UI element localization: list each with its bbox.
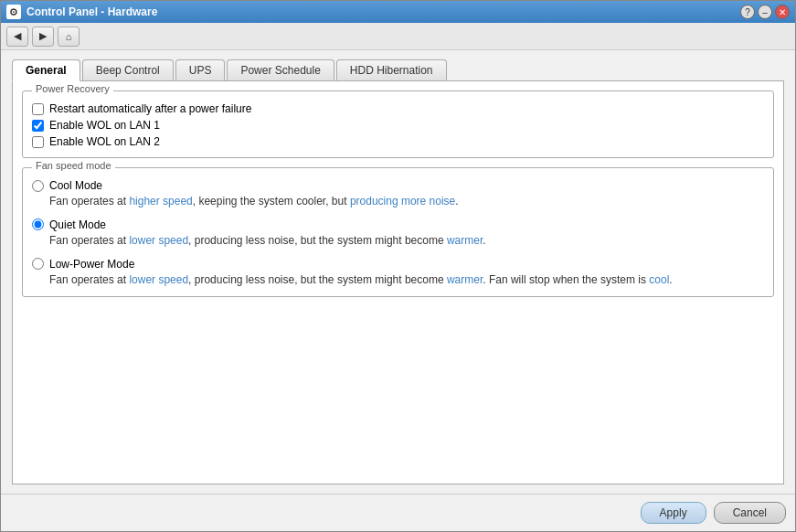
checkbox-wol-lan2-row: Enable WOL on LAN 2 <box>32 135 764 148</box>
minimize-button[interactable]: – <box>758 5 772 19</box>
apply-button[interactable]: Apply <box>641 502 706 524</box>
tab-ups[interactable]: UPS <box>175 59 226 81</box>
checkbox-wol-lan2[interactable] <box>32 136 44 148</box>
low-power-mode-description: Fan operates at lower speed, producing l… <box>49 272 764 288</box>
tab-power-schedule[interactable]: Power Schedule <box>227 59 334 81</box>
checkbox-auto-restart-label: Restart automatically after a power fail… <box>49 102 251 115</box>
radio-quiet-mode-row: Quiet Mode <box>32 218 764 231</box>
radio-low-power-mode-label: Low-Power Mode <box>49 258 134 271</box>
tab-beep[interactable]: Beep Control <box>82 59 174 81</box>
power-recovery-group: Power Recovery Restart automatically aft… <box>22 90 774 158</box>
main-content: General Beep Control UPS Power Schedule … <box>1 50 795 494</box>
window-controls: ? – ✕ <box>740 5 790 19</box>
radio-low-power-mode-row: Low-Power Mode <box>32 258 764 271</box>
radio-quiet-mode-option: Quiet Mode Fan operates at lower speed, … <box>32 218 764 249</box>
quiet-mode-highlight1: lower speed <box>129 234 188 247</box>
app-icon: ⚙ <box>6 5 21 19</box>
help-button[interactable]: ? <box>740 5 755 19</box>
tab-hdd-hibernation[interactable]: HDD Hibernation <box>336 59 447 81</box>
checkbox-wol-lan1-row: Enable WOL on LAN 1 <box>32 119 764 132</box>
quiet-mode-highlight2: warmer <box>447 234 483 247</box>
home-button[interactable]: ⌂ <box>58 27 80 47</box>
main-window: ⚙ Control Panel - Hardware ? – ✕ ◀ ▶ ⌂ G… <box>0 0 796 532</box>
radio-low-power-mode-option: Low-Power Mode Fan operates at lower spe… <box>32 258 764 288</box>
checkbox-wol-lan1[interactable] <box>32 120 44 132</box>
radio-cool-mode-row: Cool Mode <box>32 179 764 192</box>
title-bar: ⚙ Control Panel - Hardware ? – ✕ <box>1 1 795 23</box>
tab-content-general: Power Recovery Restart automatically aft… <box>12 80 784 484</box>
radio-low-power-mode[interactable] <box>32 258 44 270</box>
tab-bar: General Beep Control UPS Power Schedule … <box>12 59 784 81</box>
quiet-mode-description: Fan operates at lower speed, producing l… <box>49 233 764 249</box>
cool-mode-highlight2: producing more noise <box>350 195 455 207</box>
low-power-highlight1: lower speed <box>129 273 188 286</box>
close-button[interactable]: ✕ <box>775 5 790 19</box>
radio-cool-mode-label: Cool Mode <box>49 179 102 192</box>
cool-mode-description: Fan operates at higher speed, keeping th… <box>49 194 764 209</box>
fan-speed-title: Fan speed mode <box>32 160 115 171</box>
radio-quiet-mode[interactable] <box>32 218 44 230</box>
nav-bar: ◀ ▶ ⌂ <box>1 23 795 50</box>
checkbox-auto-restart[interactable] <box>32 103 44 115</box>
radio-cool-mode[interactable] <box>32 180 44 192</box>
back-button[interactable]: ◀ <box>6 27 28 47</box>
footer: Apply Cancel <box>1 494 795 531</box>
low-power-highlight3: cool <box>649 273 669 286</box>
fan-speed-group: Fan speed mode Cool Mode Fan operates at… <box>22 167 774 297</box>
tab-general[interactable]: General <box>12 59 80 81</box>
checkbox-wol-lan1-label: Enable WOL on LAN 1 <box>49 119 160 132</box>
window-title: Control Panel - Hardware <box>27 5 735 18</box>
low-power-highlight2: warmer <box>447 273 483 286</box>
checkbox-wol-lan2-label: Enable WOL on LAN 2 <box>49 135 160 148</box>
forward-button[interactable]: ▶ <box>32 27 54 47</box>
cancel-button[interactable]: Cancel <box>714 502 786 524</box>
cool-mode-highlight1: higher speed <box>129 195 192 207</box>
power-recovery-title: Power Recovery <box>32 83 113 94</box>
radio-quiet-mode-label: Quiet Mode <box>49 218 106 231</box>
radio-cool-mode-option: Cool Mode Fan operates at higher speed, … <box>32 179 764 209</box>
checkbox-auto-restart-row: Restart automatically after a power fail… <box>32 102 764 115</box>
